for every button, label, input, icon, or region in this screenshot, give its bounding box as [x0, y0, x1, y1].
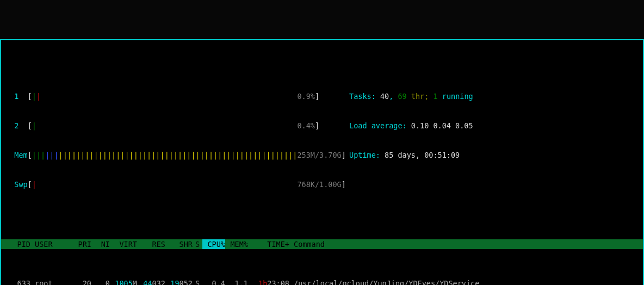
table-header[interactable]: PIDUSERPRINIVIRTRESSHRSCPU%MEM%TIME+Comm… — [1, 239, 643, 249]
cell-virt: 1005M — [110, 278, 137, 285]
header-ni[interactable]: NI — [91, 239, 110, 249]
header-user[interactable]: USER — [30, 239, 70, 249]
meters-panel: 1 [|| 0.9%] 2 [| 0.4%] Mem[|||||||||||||… — [5, 72, 334, 209]
header-pid[interactable]: PID — [5, 239, 30, 249]
cpu-meter-2: 2 [| 0.4%] — [5, 121, 334, 131]
header-virt[interactable]: VIRT — [110, 239, 137, 249]
load-line: Load average: 0.10 0.04 0.05 — [349, 121, 639, 131]
cell-pri: 20 — [70, 278, 91, 285]
cell-mem: 1.1 — [225, 278, 248, 285]
swap-meter: Swp[| 768K/1.00G] — [5, 179, 334, 189]
cell-state: S — [193, 278, 202, 285]
tasks-line: Tasks: 40, 69 thr; 1 running — [349, 91, 639, 101]
header-mem[interactable]: MEM% — [225, 239, 248, 249]
mem-meter: Mem[||||||||||||||||||||||||||||||||||||… — [5, 150, 334, 160]
cell-shr: 19052 — [165, 278, 193, 285]
header-shr[interactable]: SHR — [165, 239, 193, 249]
system-stats: Tasks: 40, 69 thr; 1 running Load averag… — [334, 72, 639, 209]
summary-panel: 1 [|| 0.9%] 2 [| 0.4%] Mem[|||||||||||||… — [1, 70, 643, 210]
cpu-meter-1: 1 [|| 0.9%] — [5, 91, 334, 101]
header-pri[interactable]: PRI — [70, 239, 91, 249]
htop-screen: 1 [|| 0.9%] 2 [| 0.4%] Mem[|||||||||||||… — [0, 39, 644, 285]
process-list[interactable]: 633root2001005M4403219052S0.41.11h23:08/… — [1, 278, 643, 285]
cell-cpu: 0.4 — [202, 278, 225, 285]
header-cpu[interactable]: CPU% — [202, 239, 225, 249]
header-command[interactable]: Command — [289, 239, 643, 249]
cell-command: /usr/local/qcloud/YunJing/YDEyes/YDServi… — [289, 278, 643, 285]
cell-ni: 0 — [91, 278, 110, 285]
header-time[interactable]: TIME+ — [248, 239, 289, 249]
table-row[interactable]: 633root2001005M4403219052S0.41.11h23:08/… — [1, 278, 643, 285]
header-s[interactable]: S — [193, 239, 202, 249]
cell-pid: 633 — [5, 278, 30, 285]
cell-res: 44032 — [137, 278, 165, 285]
uptime-line: Uptime: 85 days, 00:51:09 — [349, 150, 639, 160]
header-res[interactable]: RES — [137, 239, 165, 249]
cell-time: 1h23:08 — [248, 278, 289, 285]
cell-user: root — [30, 278, 70, 285]
